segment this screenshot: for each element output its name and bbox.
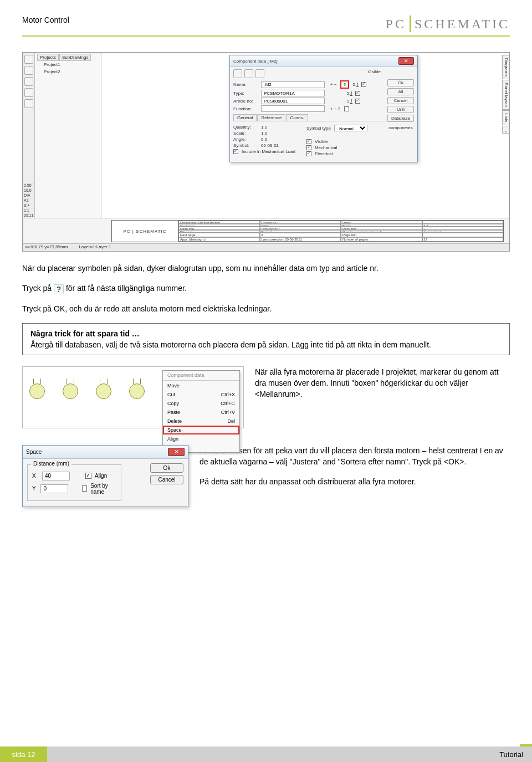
sort-checkbox[interactable] bbox=[82, 485, 87, 492]
question-mark-icon: ? bbox=[54, 284, 64, 294]
close-button[interactable]: ✕ bbox=[168, 448, 185, 456]
tab-reference[interactable]: Reference bbox=[257, 114, 285, 121]
title-block-cell bbox=[422, 233, 504, 237]
article-visible-checkbox[interactable] bbox=[355, 99, 360, 104]
align-checkbox[interactable] bbox=[85, 473, 91, 479]
tool-icon[interactable] bbox=[24, 66, 33, 75]
cancel-button[interactable]: Cancel bbox=[387, 97, 414, 104]
tree-tab-projects[interactable]: Projects bbox=[37, 54, 59, 61]
motor-symbol-icon bbox=[129, 383, 145, 399]
visible-check-label: Visible bbox=[315, 139, 328, 144]
angle-value: 0,0 bbox=[261, 137, 267, 142]
app-screenshot: Projects SubDrawings Project1 Project2 C… bbox=[22, 52, 510, 252]
unit-button[interactable]: Unit bbox=[387, 106, 414, 113]
y-field[interactable] bbox=[40, 484, 68, 493]
left-ruler: 2,5010,0DIA A3S:+1:1 09:11 bbox=[23, 183, 35, 218]
copy-icon[interactable] bbox=[233, 69, 242, 78]
x-label: X bbox=[32, 473, 39, 479]
project-tree: Projects SubDrawings Project1 Project2 bbox=[35, 53, 101, 219]
paragraph: Tryck på OK, och du är redo att ansluta … bbox=[22, 303, 510, 314]
context-menu-item[interactable]: Move bbox=[163, 381, 239, 390]
vtab-diagrams[interactable]: Diagrams bbox=[502, 55, 510, 79]
include-checkbox[interactable] bbox=[233, 149, 238, 154]
paragraph: När alla fyra motorerna är placerade I p… bbox=[255, 366, 510, 400]
title-block-cell: 17 bbox=[422, 237, 504, 242]
ok-button[interactable]: Ok bbox=[150, 463, 183, 473]
function-label: Function: bbox=[233, 106, 258, 111]
qty-label: Quantity: bbox=[233, 125, 258, 130]
name-visible-checkbox[interactable] bbox=[361, 82, 366, 87]
scale-value: 1,0 bbox=[261, 131, 267, 136]
vtab-expand-icon[interactable]: ⌄ bbox=[502, 126, 510, 134]
tab-general[interactable]: General bbox=[233, 114, 257, 121]
tool-icon[interactable] bbox=[24, 77, 33, 86]
visible-checkbox[interactable] bbox=[306, 139, 311, 144]
space-dialog: Space ✕ Ok Cancel Distance (mm) X Align bbox=[22, 445, 188, 507]
electrical-checkbox[interactable] bbox=[306, 151, 311, 156]
status-coords: x=106,79 y=73,89mm bbox=[25, 244, 68, 250]
type-visible-checkbox[interactable] bbox=[355, 91, 360, 96]
tool-icon[interactable] bbox=[24, 55, 33, 64]
motor-symbol-icon bbox=[29, 383, 45, 399]
paste-icon[interactable] bbox=[244, 69, 253, 78]
status-layer: Layer=1:Layer 1 bbox=[79, 244, 111, 250]
database-button[interactable]: Database bbox=[387, 115, 414, 122]
name-field[interactable] bbox=[261, 81, 325, 88]
tree-item[interactable]: Project1 bbox=[37, 61, 99, 68]
all-button[interactable]: All bbox=[387, 88, 414, 95]
title-block-cell: 6 bbox=[260, 233, 341, 237]
delete-icon[interactable] bbox=[255, 69, 264, 78]
distance-frame-label: Distance (mm) bbox=[31, 461, 71, 467]
y-label: Y bbox=[32, 485, 37, 492]
motor-symbol-icon bbox=[63, 383, 78, 399]
context-menu-item[interactable]: PasteCtrl+V bbox=[163, 408, 239, 417]
tree-item[interactable]: Project2 bbox=[37, 68, 99, 75]
title-block-cell: Page ref.: bbox=[341, 233, 422, 237]
drawing-canvas[interactable]: Component data [-M2] ✕ Ok All Cancel Uni… bbox=[102, 53, 509, 219]
paragraph: På detta sätt har du anpassat och distri… bbox=[200, 476, 510, 487]
tips-title: Några trick för att spara tid … bbox=[30, 329, 502, 338]
title-block-cell: Last correction: 10-06-2011 bbox=[260, 237, 341, 242]
angle-label: Angle: bbox=[233, 137, 258, 142]
symbol-value: 06-08-01 bbox=[261, 143, 279, 148]
tool-icon[interactable] bbox=[24, 88, 33, 97]
vtab-lists[interactable]: Lists bbox=[502, 110, 510, 125]
next-number-button[interactable]: ? bbox=[340, 80, 350, 89]
qty-value: 1,0 bbox=[261, 125, 267, 130]
include-label: Include in Mechanical Load bbox=[242, 149, 295, 154]
ok-button[interactable]: Ok bbox=[387, 79, 414, 86]
name-label: Name: bbox=[233, 82, 258, 87]
title-block-cell: Appr. (date/sign.): bbox=[178, 237, 260, 242]
footer-right-label: Tutorial bbox=[47, 746, 532, 762]
title-block-cell: Next page: bbox=[178, 233, 260, 237]
context-menu-item[interactable]: CutCtrl+X bbox=[163, 390, 239, 399]
title-block: PC | SCHEMATIC Project title: My first p… bbox=[111, 220, 504, 242]
context-menu-item[interactable]: CopyCtrl+C bbox=[163, 399, 239, 408]
align-label: Align bbox=[95, 473, 107, 479]
tree-tab-subdrawings[interactable]: SubDrawings bbox=[59, 54, 91, 61]
logo-divider-icon bbox=[410, 16, 411, 32]
tab-conns[interactable]: Conns. bbox=[286, 114, 308, 121]
function-field[interactable] bbox=[261, 105, 325, 112]
tool-icon[interactable] bbox=[24, 99, 33, 108]
cancel-button[interactable]: Cancel bbox=[150, 475, 183, 484]
type-label: Type: bbox=[233, 91, 258, 96]
x-field[interactable] bbox=[42, 472, 70, 480]
close-button[interactable]: ✕ bbox=[398, 57, 414, 65]
vtab-panel-layout[interactable]: Panel layout bbox=[502, 80, 510, 110]
symbol-type-select[interactable]: Normal bbox=[334, 125, 367, 131]
header-divider bbox=[22, 35, 510, 37]
function-visible-checkbox[interactable] bbox=[344, 106, 349, 111]
doc-header-title: Motor Control bbox=[22, 16, 69, 24]
article-field[interactable] bbox=[261, 98, 325, 104]
context-menu-item[interactable]: Space bbox=[163, 426, 239, 434]
type-field[interactable] bbox=[261, 90, 325, 96]
context-menu-item[interactable]: DeleteDel bbox=[163, 417, 239, 426]
symtype-label: Symbol type bbox=[306, 126, 331, 131]
title-block-cell: Number of pages: bbox=[341, 237, 422, 242]
visible-column-label: Visible bbox=[368, 69, 381, 78]
context-menu-item[interactable]: Align bbox=[163, 434, 239, 443]
mechanical-checkbox[interactable] bbox=[306, 145, 311, 150]
page-number: sida 12 bbox=[0, 746, 47, 762]
context-menu-screenshot: Component data MoveCutCtrl+XCopyCtrl+CPa… bbox=[22, 366, 244, 428]
